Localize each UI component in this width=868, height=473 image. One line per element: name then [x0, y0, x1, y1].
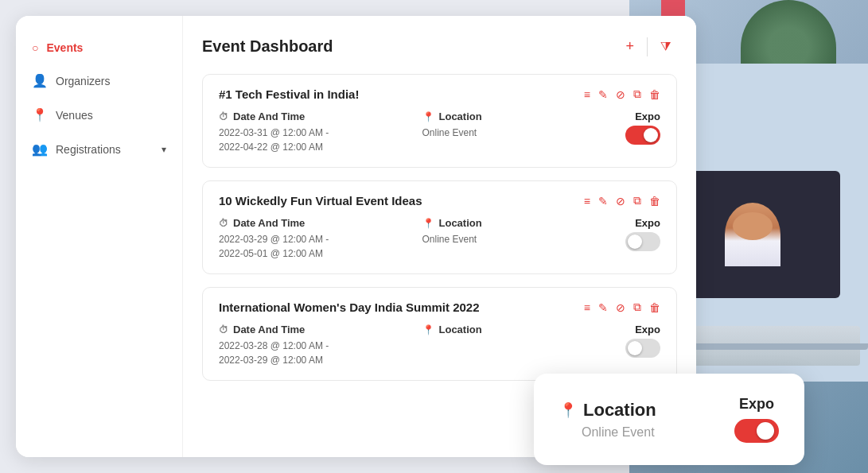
edit-icon[interactable]: ✎: [598, 301, 608, 314]
chevron-down-icon: ▾: [162, 144, 166, 155]
event-card: 10 Wickedly Fun Virtual Event Ideas ≡ ✎ …: [202, 180, 677, 274]
delete-icon[interactable]: 🗑: [649, 195, 660, 207]
organizers-icon: 👤: [32, 73, 48, 88]
menu-icon[interactable]: ≡: [584, 88, 590, 101]
registrations-icon: 👥: [32, 142, 48, 157]
ban-icon[interactable]: ⊘: [616, 88, 625, 101]
event-card: #1 Tech Festival in India! ≡ ✎ ⊘ ⧉ 🗑 ⏱ D…: [202, 74, 677, 168]
popup-toggle-track: [734, 419, 779, 443]
popup-card: 📍 Location Online Event Expo: [534, 374, 804, 465]
sidebar-item-venues-label: Venues: [56, 109, 93, 122]
expo-toggle[interactable]: [625, 232, 660, 251]
event-date-label: Date And Time: [233, 217, 305, 229]
toggle-track: [625, 232, 660, 251]
event-card-header: International Women's Day India Summit 2…: [219, 300, 660, 314]
event-details: ⏱ Date And Time 2022-03-28 @ 12:00 AM -2…: [219, 324, 660, 367]
expo-toggle[interactable]: [625, 126, 660, 145]
event-date-field: ⏱ Date And Time 2022-03-31 @ 12:00 AM -2…: [219, 110, 391, 154]
page-title: Event Dashboard: [202, 37, 333, 56]
header-divider: [647, 37, 648, 56]
event-actions: ≡ ✎ ⊘ ⧉ 🗑: [584, 194, 660, 207]
event-location-field: 📍 Location Online Event: [422, 110, 594, 140]
copy-icon[interactable]: ⧉: [633, 87, 641, 101]
event-title: 10 Wickedly Fun Virtual Event Ideas: [219, 194, 422, 207]
pin-icon: 📍: [422, 111, 434, 122]
event-location-field: 📍 Location Online Event: [422, 217, 594, 246]
ban-icon[interactable]: ⊘: [616, 301, 625, 314]
popup-expo-label: Expo: [739, 396, 774, 413]
copy-icon[interactable]: ⧉: [633, 300, 641, 314]
sidebar-item-venues[interactable]: 📍 Venues: [16, 98, 182, 132]
add-event-button[interactable]: +: [619, 35, 640, 58]
popup-location-value: Online Event: [559, 425, 656, 440]
expo-label: Expo: [635, 110, 660, 122]
expo-label: Expo: [635, 324, 660, 335]
header-actions: + ⧩: [619, 35, 677, 58]
popup-location-title: Location: [583, 400, 656, 421]
popup-expo-section: Expo: [734, 396, 779, 443]
event-card-header: #1 Tech Festival in India! ≡ ✎ ⊘ ⧉ 🗑: [219, 87, 660, 101]
delete-icon[interactable]: 🗑: [649, 88, 660, 101]
menu-icon[interactable]: ≡: [584, 195, 590, 207]
pin-icon: 📍: [422, 218, 434, 229]
event-date-header: ⏱ Date And Time: [219, 110, 391, 122]
sidebar-item-organizers-label: Organizers: [56, 75, 110, 87]
event-date-value: 2022-03-29 @ 12:00 AM -2022-05-01 @ 12:0…: [219, 232, 391, 261]
event-location-value: Online Event: [422, 232, 594, 246]
event-card: International Women's Day India Summit 2…: [202, 287, 677, 381]
edit-icon[interactable]: ✎: [598, 88, 608, 101]
event-details: ⏱ Date And Time 2022-03-29 @ 12:00 AM -2…: [219, 217, 660, 261]
sidebar: ○ Events 👤 Organizers 📍 Venues 👥 Registr…: [16, 16, 183, 457]
event-actions: ≡ ✎ ⊘ ⧉ 🗑: [584, 87, 660, 101]
popup-toggle-thumb: [757, 422, 774, 440]
venues-icon: 📍: [32, 107, 48, 122]
popup-location-section: 📍 Location Online Event: [559, 400, 656, 440]
event-expo-section: Expo: [625, 217, 660, 251]
expo-toggle[interactable]: [625, 339, 660, 358]
sidebar-item-organizers[interactable]: 👤 Organizers: [16, 64, 182, 98]
event-actions: ≡ ✎ ⊘ ⧉ 🗑: [584, 300, 660, 314]
event-location-field: 📍 Location: [422, 324, 594, 339]
edit-icon[interactable]: ✎: [598, 195, 608, 207]
event-location-label: Location: [439, 217, 482, 229]
toggle-thumb: [628, 341, 642, 355]
clock-icon: ⏱: [219, 324, 228, 335]
sidebar-item-events[interactable]: ○ Events: [16, 32, 182, 64]
delete-icon[interactable]: 🗑: [649, 301, 660, 314]
event-date-value: 2022-03-28 @ 12:00 AM -2022-03-29 @ 12:0…: [219, 339, 391, 367]
event-date-field: ⏱ Date And Time 2022-03-29 @ 12:00 AM -2…: [219, 217, 391, 261]
event-location-header: 📍 Location: [422, 324, 594, 335]
toggle-track: [625, 339, 660, 358]
popup-toggle[interactable]: [734, 419, 779, 443]
copy-icon[interactable]: ⧉: [633, 194, 641, 207]
popup-location-header: 📍 Location: [559, 400, 656, 421]
event-date-field: ⏱ Date And Time 2022-03-28 @ 12:00 AM -2…: [219, 324, 391, 367]
event-title: #1 Tech Festival in India!: [219, 87, 359, 101]
events-icon: ○: [32, 41, 38, 54]
event-date-header: ⏱ Date And Time: [219, 324, 391, 335]
location-icon: 📍: [559, 401, 577, 419]
event-location-header: 📍 Location: [422, 217, 594, 229]
event-date-label: Date And Time: [233, 324, 305, 335]
sidebar-item-registrations[interactable]: 👥 Registrations ▾: [16, 132, 182, 166]
event-card-header: 10 Wickedly Fun Virtual Event Ideas ≡ ✎ …: [219, 194, 660, 207]
event-location-label: Location: [439, 324, 482, 335]
event-location-header: 📍 Location: [422, 110, 594, 122]
toggle-track: [625, 126, 660, 145]
ban-icon[interactable]: ⊘: [616, 195, 625, 207]
menu-icon[interactable]: ≡: [584, 301, 590, 314]
pin-icon: 📍: [422, 324, 434, 335]
event-expo-section: Expo: [625, 110, 660, 145]
expo-label: Expo: [635, 217, 660, 229]
filter-button[interactable]: ⧩: [654, 37, 677, 57]
sidebar-item-events-label: Events: [46, 41, 83, 54]
event-location-value: Online Event: [422, 126, 594, 140]
clock-icon: ⏱: [219, 111, 228, 122]
dashboard-header: Event Dashboard + ⧩: [202, 35, 677, 58]
event-location-label: Location: [439, 110, 482, 122]
events-list: #1 Tech Festival in India! ≡ ✎ ⊘ ⧉ 🗑 ⏱ D…: [202, 74, 677, 381]
sidebar-item-registrations-label: Registrations: [56, 143, 121, 156]
event-date-label: Date And Time: [233, 110, 305, 122]
toggle-thumb: [644, 128, 658, 142]
event-date-header: ⏱ Date And Time: [219, 217, 391, 229]
